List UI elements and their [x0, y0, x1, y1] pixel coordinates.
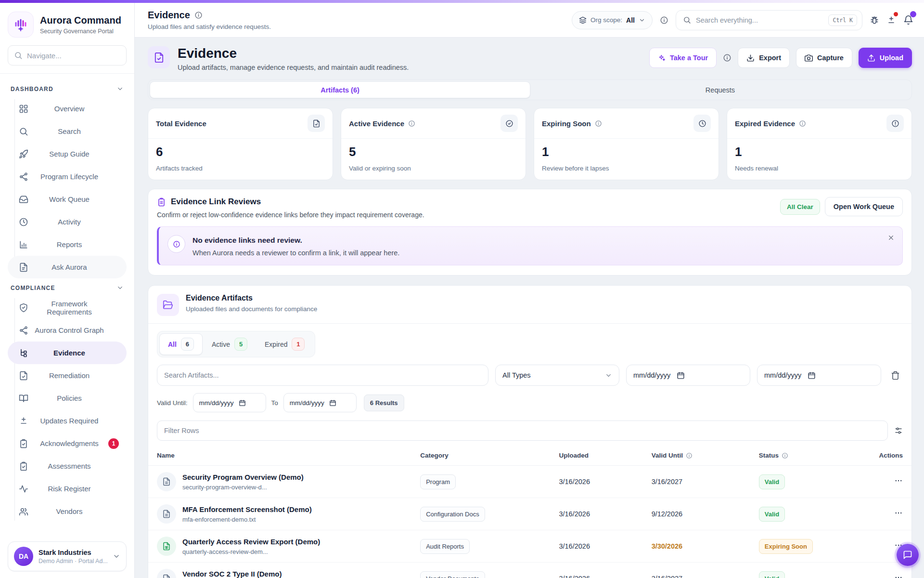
- calendar-icon[interactable]: [677, 371, 685, 380]
- uploaded-to-date-input[interactable]: mm/dd/yyyy: [757, 365, 881, 386]
- filter-tab-expired[interactable]: Expired 1: [257, 333, 313, 355]
- sidebar-item-search[interactable]: Search: [8, 120, 127, 143]
- table-row[interactable]: Security Program Overview (Demo) securit…: [148, 466, 911, 498]
- valid-until-from-date-input[interactable]: mm/dd/yyyy: [193, 393, 266, 412]
- sidebar-item-acknowledgments[interactable]: Acknowledgments 1: [8, 432, 127, 455]
- stat-card-expiring-soon: Expiring Soon 1 Review before it lapses: [534, 108, 719, 180]
- sidebar-item-setup-guide[interactable]: Setup Guide: [8, 143, 127, 165]
- sidebar-item-aurora-control-graph[interactable]: Aurora Control Graph: [8, 319, 127, 342]
- table-row[interactable]: Quarterly Access Review Export (Demo) qu…: [148, 530, 911, 563]
- sidebar-item-vendors[interactable]: Vendors: [8, 500, 127, 523]
- file-icon: [157, 569, 176, 578]
- table-row[interactable]: Vendor SOC 2 Type II (Demo) vendor-soc2-…: [148, 563, 911, 578]
- column-settings-icon[interactable]: [894, 426, 903, 435]
- row-actions-menu-icon[interactable]: [894, 509, 903, 517]
- upload-button[interactable]: Upload: [859, 48, 912, 68]
- filter-tab-all[interactable]: All 6: [159, 333, 203, 355]
- valid-until-to-date-input[interactable]: mm/dd/yyyy: [283, 393, 357, 412]
- column-header-status[interactable]: Status: [759, 452, 861, 459]
- artifact-search-field[interactable]: [157, 365, 488, 386]
- status-badge: Valid: [759, 474, 785, 489]
- sidebar-item-risk-register[interactable]: Risk Register: [8, 477, 127, 500]
- sidebar-item-reports[interactable]: Reports: [8, 233, 127, 256]
- row-actions-menu-icon[interactable]: [894, 476, 903, 485]
- sidebar-item-evidence[interactable]: Evidence: [8, 342, 127, 364]
- clear-filters-trash-icon[interactable]: [891, 371, 900, 380]
- info-icon[interactable]: [660, 16, 668, 25]
- table-row[interactable]: MFA Enforcement Screenshot (Demo) mfa-en…: [148, 498, 911, 530]
- global-search[interactable]: Ctrl K: [676, 10, 862, 30]
- info-icon[interactable]: [799, 120, 806, 127]
- sidebar-item-program-lifecycle[interactable]: Program Lifecycle: [8, 165, 127, 188]
- column-header-valid-until[interactable]: Valid Until: [652, 452, 759, 459]
- sidebar-item-framework-requirements[interactable]: Framework Requirements: [8, 296, 127, 319]
- org-scope-label: Org scope:: [590, 16, 622, 24]
- info-icon[interactable]: [595, 120, 602, 127]
- row-actions-menu-icon[interactable]: [894, 573, 903, 578]
- uploaded-date: 3/16/2026: [559, 478, 651, 486]
- navigate-input[interactable]: Navigate...: [8, 45, 127, 66]
- chat-fab-button[interactable]: [897, 544, 919, 566]
- info-icon[interactable]: [194, 11, 203, 19]
- sidebar-item-overview[interactable]: Overview: [8, 97, 127, 120]
- search-icon: [14, 51, 23, 60]
- filter-tab-label: All: [168, 341, 177, 348]
- type-filter-select[interactable]: All Types: [495, 365, 619, 386]
- info-icon[interactable]: [782, 452, 788, 459]
- sidebar-item-label: Risk Register: [28, 485, 110, 493]
- global-search-input[interactable]: [696, 16, 823, 24]
- info-icon[interactable]: [686, 452, 693, 459]
- tree-branch-icon: [19, 348, 28, 358]
- brand: Aurora Command Security Governance Porta…: [8, 12, 127, 38]
- user-menu[interactable]: DA Stark Industries Demo Admin · Portal …: [8, 541, 127, 571]
- filter-rows-field[interactable]: [157, 420, 888, 441]
- sidebar-item-policies[interactable]: Policies: [8, 387, 127, 409]
- calendar-icon[interactable]: [808, 371, 816, 380]
- info-icon[interactable]: [408, 120, 415, 127]
- sidebar-item-remediation[interactable]: Remediation: [8, 364, 127, 387]
- sidebar-item-label: Acknowledgments: [28, 439, 110, 447]
- export-button[interactable]: Export: [738, 48, 790, 68]
- stat-card-expired-evidence: Expired Evidence 1 Needs renewal: [727, 108, 912, 180]
- org-scope-value: All: [626, 16, 635, 24]
- close-icon[interactable]: [887, 234, 895, 241]
- bar-chart-icon: [19, 240, 28, 250]
- notification-dot: [894, 12, 898, 16]
- info-icon[interactable]: [723, 53, 732, 62]
- category-pill: Program: [420, 474, 456, 489]
- sidebar-item-activity[interactable]: Activity: [8, 210, 127, 233]
- count-chip: 6: [181, 338, 194, 351]
- column-header-category[interactable]: Category: [420, 452, 559, 459]
- upload-label: Upload: [880, 54, 903, 62]
- notifications-bell-icon[interactable]: [903, 15, 913, 25]
- check-circle-icon: [500, 115, 518, 132]
- calendar-icon[interactable]: [239, 399, 246, 407]
- sidebar-item-updates-required[interactable]: Updates Required: [8, 409, 127, 432]
- open-work-queue-button[interactable]: Open Work Queue: [825, 197, 903, 216]
- artifact-name: MFA Enforcement Screenshot (Demo): [182, 505, 312, 513]
- sidebar-item-ask-aurora[interactable]: Ask Aurora: [8, 256, 127, 278]
- tab-requests[interactable]: Requests: [530, 81, 910, 98]
- section-header-dashboard[interactable]: DASHBOARD: [8, 79, 127, 97]
- uploaded-from-date-input[interactable]: mm/dd/yyyy: [626, 365, 750, 386]
- calendar-icon[interactable]: [329, 399, 336, 407]
- tab-artifacts[interactable]: Artifacts (6): [150, 81, 530, 98]
- sidebar-nav: DASHBOARD Overview Search Setup Guide Pr…: [0, 74, 134, 537]
- sidebar-item-assessments[interactable]: Assessments: [8, 455, 127, 477]
- capture-button[interactable]: Capture: [796, 48, 852, 68]
- filter-rows-input[interactable]: [164, 427, 881, 434]
- chevron-down-icon: [605, 372, 612, 379]
- take-a-tour-button[interactable]: Take a Tour: [649, 48, 717, 68]
- type-filter-value: All Types: [502, 371, 531, 379]
- column-header-name[interactable]: Name: [157, 452, 420, 459]
- artifact-search-input[interactable]: [164, 371, 481, 379]
- sidebar-item-work-queue[interactable]: Work Queue: [8, 188, 127, 210]
- org-scope-selector[interactable]: Org scope: All: [572, 11, 653, 29]
- section-header-compliance[interactable]: COMPLIANCE: [8, 278, 127, 296]
- column-header-uploaded[interactable]: Uploaded: [559, 452, 651, 459]
- debug-bug-icon[interactable]: [870, 15, 879, 25]
- filter-tab-active[interactable]: Active 5: [204, 333, 256, 355]
- updates-diff-icon[interactable]: [886, 15, 896, 25]
- users-icon: [19, 507, 28, 516]
- sidebar-item-label: Setup Guide: [28, 150, 110, 158]
